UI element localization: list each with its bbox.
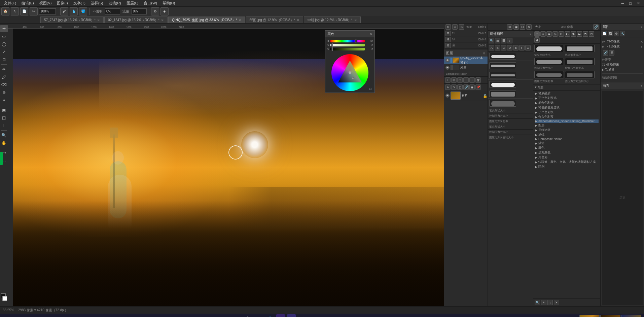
- prop-item-d[interactable]: ▶ 滤镜: [535, 133, 599, 137]
- tool-new[interactable]: 📄: [20, 7, 28, 15]
- menu-help[interactable]: 帮助(H): [160, 0, 178, 6]
- tool-misc2[interactable]: ◈: [160, 7, 169, 15]
- window-close[interactable]: ✕: [634, 0, 643, 6]
- brush-preset-0[interactable]: [488, 51, 533, 61]
- brush-sample-5[interactable]: [534, 71, 564, 78]
- nav-icon4[interactable]: 🔧: [620, 31, 625, 36]
- hue-thumb[interactable]: [355, 39, 357, 43]
- brush-preset-3[interactable]: [488, 80, 533, 89]
- bs-icon-11[interactable]: ◕: [534, 37, 540, 43]
- bs-icon-4[interactable]: ◎: [552, 31, 558, 37]
- nav-icon3[interactable]: ⚙: [614, 31, 619, 36]
- tab-1[interactable]: 02_1547.jpg @ 16.7%（RGB/8）* ✕: [104, 16, 168, 23]
- sat-track[interactable]: [330, 44, 365, 46]
- brush-panel-header[interactable]: 画笔预设 ▾: [488, 31, 533, 37]
- prop-item-3[interactable]: ▶ 格色的色彩选项: [535, 105, 599, 110]
- bs-icon-3[interactable]: ◉: [546, 31, 552, 37]
- tool-brush[interactable]: 🖌: [60, 7, 68, 15]
- tab-0[interactable]: 57_7547.jpg @ 16.7%（RGB/8）* ✕: [40, 16, 104, 23]
- brush-grid[interactable]: ⊞: [495, 38, 500, 43]
- tool-freehand[interactable]: ✏: [0, 66, 8, 73]
- brush-sample-1[interactable]: [534, 45, 564, 52]
- flow-input[interactable]: [132, 8, 147, 14]
- layer-row-main[interactable]: 👁 树片 🔒: [444, 91, 488, 101]
- taskbar-folder[interactable]: 📁: [254, 314, 264, 317]
- layer-icon-2[interactable]: G: [452, 24, 458, 30]
- layer-icon-fx[interactable]: fx: [451, 84, 457, 90]
- prop-item-alchema[interactable]: ▶ AlchemaFiness_SpeedPainting_BrushSet: [535, 119, 599, 123]
- tool-pan[interactable]: ✋: [0, 139, 8, 147]
- brush-icon-a[interactable]: A: [489, 45, 494, 50]
- color-wheel[interactable]: [331, 54, 368, 91]
- prop-del-icon[interactable]: ✕: [554, 300, 559, 305]
- zoom-input[interactable]: [39, 8, 56, 14]
- panel2-icon1[interactable]: ⊞: [507, 24, 512, 30]
- prop-item-i[interactable]: ▶ 用色彩: [535, 155, 599, 160]
- prop-item-h[interactable]: ▶ 填充颜色: [535, 150, 599, 155]
- nav-collapse[interactable]: ▾: [641, 26, 642, 29]
- brush-icon-e[interactable]: E: [513, 45, 518, 50]
- bs-icon-9[interactable]: ◓: [583, 31, 588, 37]
- thumb-3[interactable]: [621, 315, 641, 317]
- menu-layer[interactable]: 图层(L): [124, 0, 141, 6]
- tab-2-close[interactable]: ✕: [239, 19, 241, 22]
- prop-item-long2[interactable]: ▶ 区别: [535, 165, 599, 169]
- menu-filter[interactable]: 滤镜(R): [106, 0, 124, 6]
- brush-sample-2[interactable]: [565, 45, 595, 52]
- menu-view[interactable]: 视图(V): [37, 0, 55, 6]
- tool-clone[interactable]: ⊕: [0, 89, 8, 96]
- layer-icon-mask[interactable]: ◻: [457, 84, 463, 90]
- layer-row-0[interactable]: 👁 QAUQ_ZV21+本笔.jpg: [444, 57, 488, 64]
- layer-delete[interactable]: 🗑: [475, 77, 481, 83]
- color-picker-header[interactable]: 颜色 ✕: [325, 31, 374, 37]
- nav-icon1[interactable]: 📄: [602, 31, 607, 36]
- layer-icon-g[interactable]: G: [445, 37, 451, 42]
- color-picker-close[interactable]: ✕: [370, 32, 372, 36]
- brush-icon-f[interactable]: F: [519, 45, 525, 50]
- brush-preset-5[interactable]: [488, 99, 533, 108]
- prop-item-long[interactable]: ▶ 快联速，颜色，文化，适颜色适颜素材方实: [535, 160, 599, 164]
- prop-item-f[interactable]: ▶ 描述: [535, 141, 599, 145]
- brush-preset-2[interactable]: [488, 70, 533, 80]
- taskbar-start[interactable]: ⊞: [3, 314, 12, 317]
- tool-misc1[interactable]: ⚙: [151, 7, 159, 15]
- brush-icon-d[interactable]: D: [507, 45, 512, 50]
- layer-icon-vis[interactable]: ◉: [469, 84, 475, 90]
- layer-icon-b[interactable]: B: [445, 43, 451, 48]
- tab-4-close[interactable]: ✕: [354, 19, 357, 22]
- brush-icon-c[interactable]: C: [501, 45, 506, 50]
- layer-1-eye[interactable]: 👁: [445, 66, 450, 70]
- sat-thumb[interactable]: [331, 43, 333, 47]
- tab-2[interactable]: QINQ_7925+生图.jpg @ 33.6%（RGB/8）* ✕: [168, 16, 245, 23]
- tool-select-rect[interactable]: ▭: [0, 33, 8, 40]
- prop-item-0[interactable]: ▶ 笔刷品质: [535, 91, 599, 96]
- brush-sort[interactable]: ↕: [507, 38, 512, 43]
- side-tab[interactable]: [0, 152, 3, 165]
- link-icon-2[interactable]: ⛓: [609, 50, 614, 56]
- tool-select-ellipse[interactable]: ◯: [0, 40, 8, 48]
- prop-item-4[interactable]: ▶ 了个色彩预: [535, 110, 599, 114]
- panel2-icon4[interactable]: ✕: [526, 24, 532, 30]
- menu-image[interactable]: 图像(I): [54, 0, 70, 6]
- bs-icon-8[interactable]: ◒: [577, 31, 582, 37]
- history-header[interactable]: 画布 ▾: [601, 82, 644, 89]
- brush-icon-g[interactable]: G: [525, 45, 531, 50]
- canvas-area[interactable]: 400 ·····600 ·····800 ·····1000 ·····120…: [8, 24, 444, 306]
- tool-fill2[interactable]: ▣: [0, 106, 8, 114]
- tool-transform[interactable]: ⤢: [0, 48, 8, 56]
- taskbar-browser[interactable]: 🌐: [265, 314, 275, 317]
- artwork-canvas[interactable]: [13, 29, 444, 306]
- taskbar-game[interactable]: 🎮: [308, 314, 318, 317]
- brush-search[interactable]: 🔍: [489, 38, 494, 43]
- prop-item-5[interactable]: ▶ 合入色彩预: [535, 115, 599, 119]
- tool-crop[interactable]: ✂: [30, 7, 38, 15]
- tool-home[interactable]: 🏠: [1, 7, 9, 15]
- layer-group[interactable]: ⊞: [451, 77, 457, 83]
- brush-preset-1[interactable]: [488, 61, 533, 70]
- bs-icon-5[interactable]: ⊙: [559, 31, 564, 37]
- tab-3[interactable]: 55图.jpg @ 12.9%（RGB/8）* ✕: [246, 16, 303, 23]
- prop-header-expand[interactable]: ▾: [535, 85, 538, 89]
- brush-icon-b[interactable]: B: [495, 45, 500, 50]
- wheel-dot[interactable]: [352, 77, 354, 79]
- tool-healing[interactable]: ✦: [0, 97, 8, 104]
